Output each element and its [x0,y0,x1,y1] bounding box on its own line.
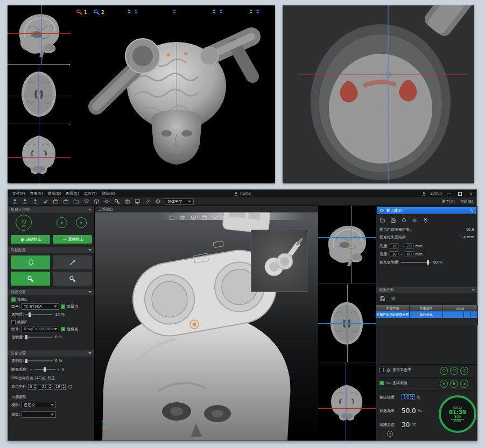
coil2-hide-checkbox[interactable] [61,327,65,331]
section-nav-header[interactable]: 导航配置 [8,247,94,253]
target-planning-header[interactable]: 靶点规划 [377,207,476,214]
menu-help[interactable]: 帮助(H) [102,191,115,196]
user-add-icon[interactable] [11,198,18,205]
slider-thumb[interactable] [25,359,27,363]
thumb-coronal[interactable] [8,125,70,183]
save-icon[interactable] [379,295,385,302]
camera-icon[interactable] [180,215,186,221]
import-icon[interactable] [73,198,80,205]
target-opacity-slider[interactable] [401,262,431,263]
close-button[interactable] [467,191,474,197]
slider-thumb[interactable] [29,312,31,317]
robot-power-button[interactable]: ON [16,215,32,231]
row-action-button[interactable] [464,311,471,318]
cube-icon[interactable] [191,215,196,221]
refresh-icon[interactable] [400,217,407,223]
archive-icon[interactable] [52,198,59,205]
section-robot-header[interactable]: 机器人控制 [8,207,94,213]
continuous-checkbox[interactable] [379,381,384,385]
save-icon[interactable] [390,217,396,223]
reset-button[interactable] [450,367,458,375]
center-3d-view[interactable]: 三维视图 [95,206,318,440]
gear-icon[interactable] [411,217,418,223]
chip-icon[interactable] [154,198,161,205]
coil2-model-select[interactable]: RingCoil(M)988 [22,326,59,332]
stim-table-selected-row[interactable]: 在脑区表面标记靶点图 鼠标目标 [376,311,478,318]
layers-icon[interactable] [212,215,218,221]
logged-in-user[interactable]: admin [430,191,442,196]
coil1-model-select[interactable]: YC-BY50A [22,303,59,310]
intensity-stepper[interactable]: 16 [402,394,414,400]
slider-thumb[interactable] [427,260,429,265]
layers-icon[interactable] [83,198,90,205]
target-icon[interactable] [244,215,250,221]
model1-select[interactable]: 自定义 [22,402,56,408]
menu-data[interactable]: 数据(D) [48,191,61,196]
gear-icon[interactable] [390,295,396,302]
section-head-header[interactable]: 头部设置 [8,350,94,357]
menu-config[interactable]: 配置(C) [66,191,79,196]
language-select[interactable]: 简体中文 [165,198,194,205]
origin-y-stepper[interactable]: -22 [39,384,52,390]
box-icon[interactable] [62,198,69,205]
robot-play-button[interactable] [57,217,67,228]
origin-z-stepper[interactable]: 19 [54,384,66,390]
register-coil1-button[interactable] [11,272,50,286]
pip-inset-view[interactable] [251,230,307,292]
pen-icon[interactable] [144,198,151,205]
coil2-opacity-slider[interactable] [25,337,53,338]
pin-icon[interactable] [422,217,428,223]
help-link[interactable]: 帮助(B) [460,199,473,204]
minimize-button[interactable] [446,191,453,197]
users-icon[interactable] [22,198,29,205]
coil2-checkbox[interactable] [11,320,16,324]
sagittal-view[interactable] [318,206,376,284]
axial-view[interactable] [318,285,376,362]
tab-stim-plan[interactable]: 刺激方案 [376,305,410,311]
thumb-sagittal[interactable] [8,5,70,65]
coil1-checkbox[interactable] [11,297,16,302]
locate-button[interactable] [440,367,448,375]
origin-x-stepper[interactable]: 0 [28,384,37,390]
coil-icon[interactable] [114,198,121,205]
folder-icon[interactable] [379,217,385,223]
model2-select[interactable] [22,411,56,418]
plus-button[interactable]: + [57,367,60,372]
height-max-input[interactable]: 20 [405,243,413,249]
inflate-slider[interactable] [34,369,55,370]
about-link[interactable]: 关于(A) [441,199,454,204]
minus-button[interactable]: − [29,367,32,372]
robot-stop-button[interactable] [76,217,87,228]
slider-thumb[interactable] [44,367,46,372]
gear-icon[interactable] [103,198,110,205]
head-opacity-slider[interactable] [25,360,53,361]
coil2-toggle-button[interactable]: 2 [93,9,104,16]
connect-status-button[interactable]: 连接状态 [11,235,50,244]
register-head-button[interactable] [11,255,50,269]
maximize-button[interactable] [456,191,463,197]
coil1-opacity-slider[interactable] [25,314,53,315]
settings-button[interactable] [460,367,468,375]
coil1-hide-checkbox[interactable] [61,304,65,309]
coil1-toggle-button[interactable]: 1 [76,9,87,16]
planning-3d-view[interactable]: 1 2 [71,5,275,183]
monitor-icon[interactable] [134,198,141,205]
coil-icon[interactable] [223,215,229,221]
row-action-button[interactable] [471,311,478,318]
show-miss-checkbox[interactable] [379,368,384,372]
section-coil-header[interactable]: 线圈设置 [8,289,94,295]
menu-view[interactable]: 查看(V) [30,191,43,196]
stim-control-header[interactable]: 刺激控制 [376,287,477,293]
gear-icon[interactable] [255,215,261,221]
tab-stim-select[interactable]: 刺激选择 [410,305,443,311]
width-max-input[interactable]: 60 [405,251,413,257]
user-check-icon[interactable] [42,198,49,205]
height-min-input[interactable]: 10 [390,243,398,249]
camera-icon[interactable] [124,198,131,205]
coil-alignment-viewport[interactable] [283,5,474,183]
cube-icon[interactable] [93,198,100,205]
register-probe-button[interactable] [53,255,92,269]
box-icon[interactable] [201,215,207,221]
slider-thumb[interactable] [25,335,27,339]
tab-start[interactable]: start [443,305,478,311]
